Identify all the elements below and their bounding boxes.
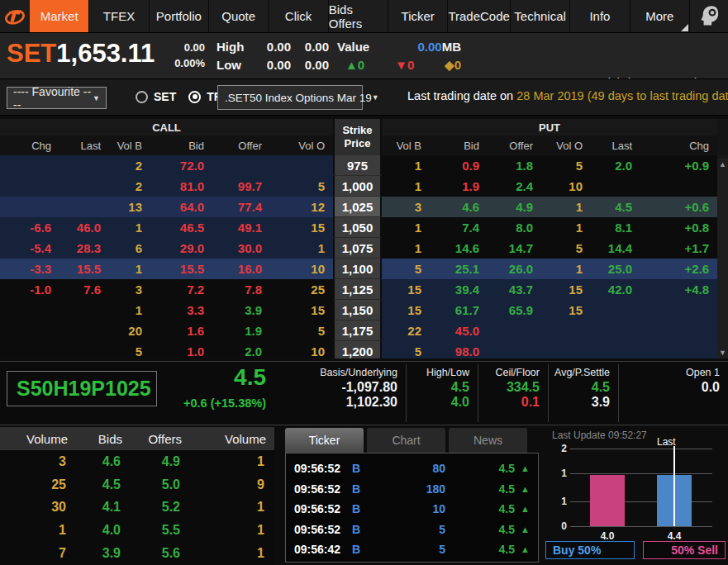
option-chain-row-1075[interactable]: -5.428.3629.030.011,075114.614.7514.4+1.… <box>0 238 728 259</box>
favourite-dropdown[interactable]: ---- Favourite ---- ▼ <box>7 87 107 109</box>
option-cell: +0.6 <box>640 197 717 217</box>
depth-row[interactable]: 254.55.09 <box>0 473 274 496</box>
option-chain-row-1125[interactable]: -1.07.637.27.8251,1251539.443.71542.0+4.… <box>0 279 728 300</box>
low-label: Low <box>216 56 253 74</box>
nav-tab-bids-offers[interactable]: Bids Offers <box>329 0 388 32</box>
option-cell: 1.8 <box>488 155 541 176</box>
radio-set[interactable] <box>136 91 148 103</box>
depth-volume: 1 <box>0 523 76 538</box>
assistant-button[interactable] <box>690 0 728 32</box>
option-cell: 3.3 <box>150 300 212 320</box>
sell-percent-button[interactable]: 50% Sell <box>643 541 726 559</box>
chart-xtick-label: 4.4 <box>668 530 682 542</box>
buy-percent-button[interactable]: Buy 50% <box>545 541 635 559</box>
nav-tab-technical[interactable]: Technical <box>511 0 570 32</box>
option-cell <box>640 300 717 320</box>
option-cell: 10 <box>270 341 333 358</box>
ticker-tab-news[interactable]: News <box>449 428 527 453</box>
app-logo[interactable] <box>0 0 30 32</box>
detail-col-value-1: -1,097.80 <box>341 380 397 395</box>
option-cell <box>541 320 591 341</box>
symbol-box[interactable]: S50H19P1025 <box>7 371 157 406</box>
depth-row[interactable]: 304.15.21 <box>0 496 274 520</box>
option-cell: 26.0 <box>488 259 541 279</box>
option-cell: 15 <box>270 300 333 320</box>
detail-col-ceil-floor: Ceil/Floor334.50.1 <box>478 364 548 422</box>
option-cell <box>640 176 717 197</box>
ticker-tab-chart[interactable]: Chart <box>367 428 445 453</box>
option-cell: 98.0 <box>430 341 488 358</box>
depth-body: 34.64.91254.55.09304.15.2114.05.5173.95.… <box>0 450 274 565</box>
ticker-tab-ticker[interactable]: Ticker <box>285 428 364 453</box>
detail-col-value-1: 4.5 <box>451 380 469 395</box>
strike-cell: 1,175 <box>333 320 382 341</box>
nav-tab-portfolio[interactable]: Portfolio <box>150 0 209 32</box>
detail-col-high-low: High/Low4.54.0 <box>406 364 478 422</box>
option-chain-row-975[interactable]: 272.097510.91.852.0+0.9 <box>0 155 728 176</box>
offer-price: 4.9 <box>131 454 190 469</box>
option-cell: 1 <box>541 259 591 279</box>
ticker-time: 09:56:52 <box>294 462 352 475</box>
option-chain-row-1000[interactable]: 281.099.751,00011.92.410 <box>0 176 728 197</box>
depth-col-header: Bids <box>76 432 131 446</box>
ticker-price: 4.5 <box>482 523 515 536</box>
nav-tab-info[interactable]: Info <box>570 0 630 32</box>
option-cell: 2.4 <box>488 176 541 197</box>
option-cell: 25.0 <box>591 259 640 279</box>
strike-cell: 1,050 <box>333 217 382 238</box>
ticker-row: 09:56:52B104.5▲ <box>286 499 538 520</box>
radio-set-label[interactable]: SET <box>154 90 176 103</box>
option-cell <box>0 155 59 176</box>
ticker-row: 09:56:42B54.5▲ <box>286 539 538 560</box>
option-chain-row-1100[interactable]: -3.315.5115.516.0101,100525.126.0125.0+2… <box>0 259 728 279</box>
ticker-qty: 80 <box>382 462 482 475</box>
option-chain-row-1150[interactable]: 13.33.9151,1501561.765.915 <box>0 300 728 320</box>
nav-tab-click[interactable]: Click <box>269 0 328 32</box>
option-cell: 1 <box>109 217 150 238</box>
call-col-header: Vol B <box>109 135 150 155</box>
option-cell: 4.6 <box>430 197 488 217</box>
advancers-count: ▲0 <box>345 56 364 74</box>
call-col-header: Vol O <box>270 135 333 155</box>
bid-price: 4.1 <box>76 500 131 515</box>
nav-tab-tfex[interactable]: TFEX <box>89 0 149 32</box>
scrollbar-down-arrow[interactable]: ▼ <box>719 347 726 358</box>
put-col-header: Vol O <box>541 135 591 155</box>
detail-col-value-2: 4.0 <box>451 395 469 410</box>
scrollbar-up-arrow[interactable]: ▲ <box>719 159 726 170</box>
call-col-header: Bid <box>150 135 212 155</box>
nav-tab-more[interactable]: More <box>630 0 690 32</box>
market-value-block: Value0.00MB ▲0 ▼0 ◆0 <box>337 38 461 74</box>
nav-tab-market[interactable]: Market <box>30 0 89 32</box>
option-cell: 77.4 <box>212 197 270 217</box>
nav-tab-quote[interactable]: Quote <box>209 0 269 32</box>
ticker-up-arrow-icon: ▲ <box>515 544 530 554</box>
nav-tab-tradecode[interactable]: TradeCode <box>448 0 511 32</box>
option-chain-row-1050[interactable]: -6.646.0146.549.1151,05017.48.018.1+0.8 <box>0 217 728 238</box>
option-cell: 2 <box>109 176 150 197</box>
depth-row[interactable]: 34.64.91 <box>0 450 274 473</box>
series-dropdown[interactable]: .SET50 Index Options Mar 19 ▼ <box>217 85 363 110</box>
option-cell <box>0 320 59 341</box>
option-cell: 2.0 <box>212 341 270 358</box>
option-cell: -3.3 <box>0 259 59 279</box>
option-chain-row-1175[interactable]: 201.61.951,1752245.0 <box>0 320 728 341</box>
depth-row[interactable]: 14.05.51 <box>0 519 274 542</box>
option-chain-row-1200[interactable]: 51.02.0101,200598.0 <box>0 341 728 358</box>
high-b: 0.00 <box>291 38 329 56</box>
option-chain-row-1025[interactable]: 1364.077.4121,02534.64.914.5+0.6 <box>0 197 728 217</box>
option-cell <box>591 300 640 320</box>
option-cell <box>270 155 333 176</box>
nav-tab-ticker[interactable]: Ticker <box>388 0 448 32</box>
radio-tfex[interactable] <box>188 91 201 103</box>
option-cell <box>591 176 640 197</box>
option-cell: 4.9 <box>488 197 541 217</box>
bid-price: 3.9 <box>76 546 131 561</box>
option-cell: 22 <box>382 320 430 341</box>
option-cell: 49.1 <box>212 217 270 238</box>
depth-row[interactable]: 73.95.61 <box>0 542 274 565</box>
volume-at-price-chart: 21104.04.4Last <box>570 449 712 528</box>
ticker-row: 09:56:52B1804.5▲ <box>286 479 538 500</box>
depth-volume: 1 <box>190 454 274 469</box>
offer-price: 5.6 <box>131 546 190 561</box>
